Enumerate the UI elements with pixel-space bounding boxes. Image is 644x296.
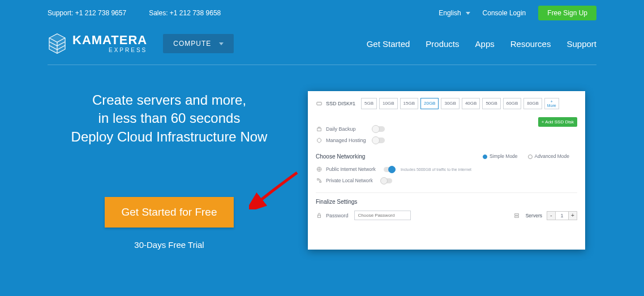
advanced-mode-radio[interactable]: Advanced Mode bbox=[528, 153, 569, 159]
language-selector[interactable]: English bbox=[439, 9, 470, 17]
servers-value: 1 bbox=[556, 211, 568, 220]
daily-backup-toggle[interactable] bbox=[372, 126, 385, 132]
disk-size-option[interactable]: 80GB bbox=[523, 98, 542, 109]
public-network-note: Includes 5000GB of traffic to the intern… bbox=[401, 168, 471, 171]
get-started-button[interactable]: Get Started for Free bbox=[105, 197, 234, 228]
compute-dropdown[interactable]: COMPUTE bbox=[163, 34, 234, 53]
free-signup-button[interactable]: Free Sign Up bbox=[538, 6, 596, 20]
brand-subtitle: EXPRESS bbox=[72, 48, 147, 53]
nav-get-started[interactable]: Get Started bbox=[367, 39, 410, 49]
finalize-title: Finalize Settings bbox=[316, 192, 577, 205]
nav-support[interactable]: Support bbox=[566, 39, 596, 49]
disk-size-option[interactable]: 10GB bbox=[379, 98, 397, 109]
private-network-label: Private Local Network bbox=[326, 178, 373, 183]
svg-rect-4 bbox=[317, 179, 319, 181]
disk-size-option[interactable]: 5GB bbox=[361, 98, 377, 109]
hosting-icon bbox=[316, 138, 323, 143]
disk-size-option[interactable]: 60GB bbox=[503, 98, 521, 109]
disk-size-option[interactable]: 40GB bbox=[462, 98, 480, 109]
servers-icon bbox=[513, 213, 520, 218]
disk-label: SSD DISK#1 bbox=[326, 101, 355, 106]
hero-line-1: Create servers and more, bbox=[48, 91, 291, 109]
support-phone: Support: +1 212 738 9657 bbox=[48, 9, 126, 17]
servers-stepper: - 1 + bbox=[547, 211, 577, 220]
password-label: Password bbox=[326, 213, 349, 218]
managed-hosting-label: Managed Hosting bbox=[326, 138, 366, 143]
brand-name: KAMATERA bbox=[72, 34, 147, 46]
advanced-mode-label: Advanced Mode bbox=[535, 153, 569, 159]
config-panel: SSD DISK#1 5GB10GB15GB20GB30GB40GB50GB60… bbox=[308, 91, 585, 250]
backup-icon bbox=[316, 126, 323, 132]
disk-size-option[interactable]: 30GB bbox=[441, 98, 459, 109]
disk-icon bbox=[316, 101, 323, 106]
svg-rect-6 bbox=[318, 215, 321, 217]
chevron-down-icon bbox=[219, 42, 224, 45]
simple-mode-label: Simple Mode bbox=[490, 153, 518, 159]
servers-increment[interactable]: + bbox=[568, 211, 577, 220]
private-network-toggle[interactable] bbox=[381, 178, 392, 183]
disk-size-more[interactable]: + More bbox=[544, 98, 559, 109]
console-login-link[interactable]: Console Login bbox=[483, 9, 526, 17]
disk-size-options: 5GB10GB15GB20GB30GB40GB50GB60GB80GB+ Mor… bbox=[361, 98, 559, 109]
nav-resources[interactable]: Resources bbox=[510, 39, 551, 49]
nav-apps[interactable]: Apps bbox=[475, 39, 495, 49]
svg-rect-7 bbox=[514, 213, 518, 215]
simple-mode-radio[interactable]: Simple Mode bbox=[483, 153, 518, 159]
servers-label: Servers bbox=[526, 213, 542, 218]
public-network-label: Public Internet Network bbox=[326, 166, 376, 172]
network-icon bbox=[316, 178, 323, 183]
servers-decrement[interactable]: - bbox=[547, 211, 556, 220]
nav-products[interactable]: Products bbox=[426, 39, 459, 49]
compute-label: COMPUTE bbox=[173, 40, 211, 48]
chevron-down-icon bbox=[466, 12, 470, 15]
disk-size-option[interactable]: 15GB bbox=[400, 98, 418, 109]
trial-text: 30-Days Free Trial bbox=[48, 240, 291, 250]
public-network-toggle[interactable] bbox=[384, 167, 395, 172]
language-label: English bbox=[439, 9, 461, 17]
add-ssd-disk-button[interactable]: + Add SSD Disk bbox=[538, 117, 577, 127]
svg-rect-8 bbox=[514, 216, 518, 217]
cube-icon bbox=[48, 33, 67, 54]
globe-icon bbox=[316, 166, 323, 172]
radio-on-icon bbox=[483, 155, 487, 159]
svg-rect-2 bbox=[317, 102, 321, 105]
disk-size-option[interactable]: 50GB bbox=[482, 98, 500, 109]
disk-size-option[interactable]: 20GB bbox=[420, 98, 439, 109]
radio-off-icon bbox=[528, 155, 533, 159]
brand-logo[interactable]: KAMATERA EXPRESS bbox=[48, 33, 147, 54]
daily-backup-label: Daily Backup bbox=[326, 126, 356, 132]
sales-phone: Sales: +1 212 738 9658 bbox=[149, 9, 221, 17]
managed-hosting-toggle[interactable] bbox=[372, 138, 385, 143]
hero-line-3: Deploy Cloud Infrastructure Now bbox=[48, 128, 291, 146]
hero-line-2: in less than 60 seconds bbox=[48, 109, 291, 127]
password-input[interactable] bbox=[354, 211, 411, 220]
lock-icon bbox=[316, 213, 323, 218]
